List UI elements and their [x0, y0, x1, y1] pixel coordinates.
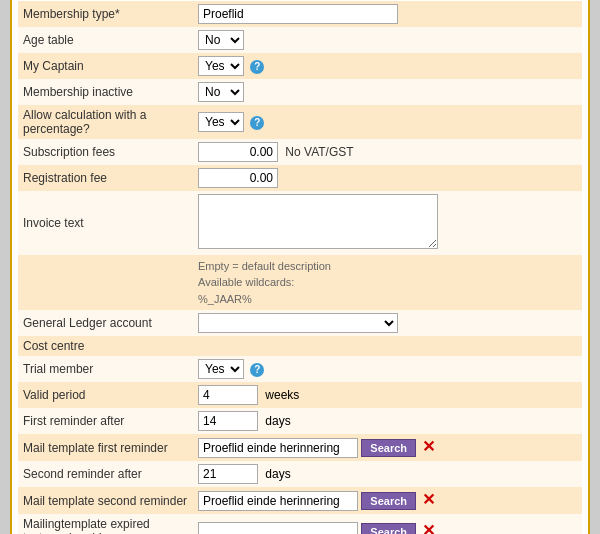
age-table-label: Age table	[18, 27, 193, 53]
table-row: Cost centre	[18, 336, 582, 356]
no-vat-text: No VAT/GST	[285, 145, 353, 159]
second-reminder-cell: days	[193, 461, 582, 487]
valid-period-unit: weeks	[265, 388, 299, 402]
note-line2: Available wildcards:	[198, 274, 577, 291]
table-row: Membership inactive No Yes	[18, 79, 582, 105]
membership-type-input[interactable]	[198, 4, 398, 24]
note-line3: %_JAAR%	[198, 291, 577, 308]
trial-member-cell: Yes No ?	[193, 356, 582, 382]
delete-icon-3[interactable]: ✕	[422, 522, 435, 534]
search-button-1[interactable]: Search	[361, 439, 416, 457]
note-cell-label	[18, 255, 193, 311]
table-row: My Captain Yes No ?	[18, 53, 582, 79]
membership-type-label: Membership type*	[18, 1, 193, 27]
table-row: Mail template second reminder Search ✕	[18, 487, 582, 514]
table-row: Registration fee	[18, 165, 582, 191]
general-ledger-select[interactable]	[198, 313, 398, 333]
my-captain-select[interactable]: Yes No	[198, 56, 244, 76]
table-row: Trial member Yes No ?	[18, 356, 582, 382]
first-reminder-cell: days	[193, 408, 582, 434]
mail-template-second-label: Mail template second reminder	[18, 487, 193, 514]
delete-icon-1[interactable]: ✕	[422, 438, 435, 455]
registration-fee-input[interactable]	[198, 168, 278, 188]
subscription-fees-label: Subscription fees	[18, 139, 193, 165]
second-reminder-label: Second reminder after	[18, 461, 193, 487]
mail-template-first-label: Mail template first reminder	[18, 434, 193, 461]
trial-member-help-icon[interactable]: ?	[250, 363, 264, 377]
search-button-3[interactable]: Search	[361, 523, 416, 534]
table-row: Mail template first reminder Search ✕	[18, 434, 582, 461]
invoice-text-cell	[193, 191, 582, 255]
registration-fee-label: Registration fee	[18, 165, 193, 191]
second-reminder-input[interactable]	[198, 464, 258, 484]
table-row: Invoice text	[18, 191, 582, 255]
table-row: Allow calculation with a percentage? Yes…	[18, 105, 582, 139]
valid-period-input[interactable]	[198, 385, 258, 405]
membership-type-cell	[193, 1, 582, 27]
table-row: Age table No Yes	[18, 27, 582, 53]
table-row: Mailingtemplate expired testmembership S…	[18, 514, 582, 534]
second-reminder-unit: days	[265, 467, 290, 481]
membership-inactive-label: Membership inactive	[18, 79, 193, 105]
mail-template-first-cell: Search ✕	[193, 434, 582, 461]
table-row: Membership type*	[18, 1, 582, 27]
delete-icon-2[interactable]: ✕	[422, 491, 435, 508]
mail-template-second-input[interactable]	[198, 491, 358, 511]
cost-centre-cell	[193, 336, 582, 356]
table-row: Subscription fees No VAT/GST	[18, 139, 582, 165]
dialog-container: Edit membership type X Membership type M…	[10, 0, 590, 534]
trial-member-label: Trial member	[18, 356, 193, 382]
mailing-expired-input[interactable]	[198, 522, 358, 534]
my-captain-help-icon[interactable]: ?	[250, 60, 264, 74]
table-row: General Ledger account	[18, 310, 582, 336]
allow-calc-cell: Yes No ?	[193, 105, 582, 139]
note-line1: Empty = default description	[198, 258, 577, 275]
valid-period-cell: weeks	[193, 382, 582, 408]
first-reminder-label: First reminder after	[18, 408, 193, 434]
first-reminder-unit: days	[265, 414, 290, 428]
age-table-cell: No Yes	[193, 27, 582, 53]
first-reminder-input[interactable]	[198, 411, 258, 431]
mailing-expired-cell: Search ✕	[193, 514, 582, 534]
dialog-body: Membership type Membership type* Age tab…	[12, 0, 588, 534]
allow-calc-label: Allow calculation with a percentage?	[18, 105, 193, 139]
trial-member-select[interactable]: Yes No	[198, 359, 244, 379]
form-table: Membership type* Age table No Yes My Cap…	[18, 1, 582, 534]
note-cell: Empty = default description Available wi…	[193, 255, 582, 311]
invoice-text-label: Invoice text	[18, 191, 193, 255]
mailing-expired-label: Mailingtemplate expired testmembership	[18, 514, 193, 534]
invoice-text-area[interactable]	[198, 194, 438, 249]
mail-template-first-input[interactable]	[198, 438, 358, 458]
my-captain-label: My Captain	[18, 53, 193, 79]
registration-fee-cell	[193, 165, 582, 191]
search-button-2[interactable]: Search	[361, 492, 416, 510]
subscription-fees-input[interactable]	[198, 142, 278, 162]
membership-inactive-select[interactable]: No Yes	[198, 82, 244, 102]
my-captain-cell: Yes No ?	[193, 53, 582, 79]
table-row: Valid period weeks	[18, 382, 582, 408]
table-row: Second reminder after days	[18, 461, 582, 487]
general-ledger-cell	[193, 310, 582, 336]
general-ledger-label: General Ledger account	[18, 310, 193, 336]
allow-calc-select[interactable]: Yes No	[198, 112, 244, 132]
table-row: Empty = default description Available wi…	[18, 255, 582, 311]
mail-template-second-cell: Search ✕	[193, 487, 582, 514]
valid-period-label: Valid period	[18, 382, 193, 408]
allow-calc-help-icon[interactable]: ?	[250, 116, 264, 130]
membership-inactive-cell: No Yes	[193, 79, 582, 105]
cost-centre-label: Cost centre	[18, 336, 193, 356]
age-table-select[interactable]: No Yes	[198, 30, 244, 50]
table-row: First reminder after days	[18, 408, 582, 434]
subscription-fees-cell: No VAT/GST	[193, 139, 582, 165]
